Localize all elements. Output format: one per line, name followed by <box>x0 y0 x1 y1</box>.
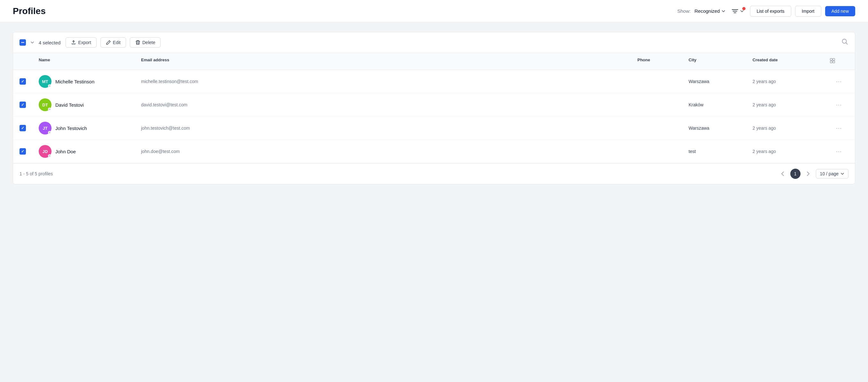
svg-rect-5 <box>833 59 835 60</box>
row-checkbox-1[interactable] <box>20 78 39 84</box>
svg-rect-6 <box>830 61 832 63</box>
list-exports-button[interactable]: List of exports <box>750 6 791 16</box>
row-name-cell-4: JD John Doe <box>39 145 141 158</box>
search-button[interactable] <box>841 38 848 47</box>
table-row: JD John Doe john.doe@test.com test 2 yea… <box>13 140 855 163</box>
row-name-cell-1: MT Michelle Testinson <box>39 75 141 88</box>
svg-rect-7 <box>833 61 835 63</box>
row-more-2[interactable]: ··· <box>829 102 848 108</box>
filter-button[interactable] <box>730 7 746 15</box>
svg-rect-4 <box>830 59 832 60</box>
row-email-1: michelle.testinson@test.com <box>141 79 638 84</box>
row-city-2: Kraków <box>689 102 752 107</box>
row-city-3: Warszawa <box>689 126 752 131</box>
avatar-1: MT <box>39 75 52 88</box>
row-name-2: David Testovi <box>55 102 84 108</box>
avatar-4: JD <box>39 145 52 158</box>
page-size-select[interactable]: 10 / page <box>816 169 848 178</box>
pagination-controls: 1 10 / page <box>777 169 848 179</box>
row-more-3[interactable]: ··· <box>829 125 848 132</box>
delete-button[interactable]: Delete <box>130 37 160 47</box>
filter-icon <box>732 8 739 14</box>
row-city-4: test <box>689 149 752 154</box>
show-label: Show: <box>677 8 691 14</box>
import-button[interactable]: Import <box>795 6 821 16</box>
row-city-1: Warszawa <box>689 79 752 84</box>
row-name-4: John Doe <box>55 149 76 154</box>
delete-icon <box>135 40 141 45</box>
selected-count: 4 selected <box>39 40 60 45</box>
row-date-4: 2 years ago <box>752 149 829 154</box>
selection-toolbar: 4 selected Export Edit Delete <box>13 32 855 53</box>
table-row: DT David Testovi david.testovi@test.com … <box>13 93 855 116</box>
row-email-4: john.doe@test.com <box>141 149 638 154</box>
select-all-checkbox[interactable] <box>20 39 26 46</box>
header-actions: Show: Recognized List of exports Import … <box>677 6 855 16</box>
row-more-4[interactable]: ··· <box>829 148 848 155</box>
page-size-value: 10 / page <box>820 171 839 176</box>
row-checkbox-2[interactable] <box>20 102 39 108</box>
pagination-info: 1 - 5 of 5 profiles <box>20 171 53 176</box>
edit-button[interactable]: Edit <box>100 37 126 47</box>
col-created-date: Created date <box>752 58 829 65</box>
col-city: City <box>689 58 752 65</box>
filter-badge <box>742 7 745 10</box>
edit-icon <box>106 40 111 45</box>
prev-page-button[interactable] <box>777 169 788 179</box>
col-name: Name <box>39 58 141 65</box>
chevron-down-icon <box>721 9 726 13</box>
table-footer: 1 - 5 of 5 profiles 1 10 / page <box>13 163 855 184</box>
row-name-cell-3: JT John Testovich <box>39 122 141 135</box>
avatar-2: DT <box>39 98 52 111</box>
row-name-cell-2: DT David Testovi <box>39 98 141 111</box>
avatar-dot-3 <box>48 131 51 134</box>
table-body: MT Michelle Testinson michelle.testinson… <box>13 70 855 163</box>
table-row: JT John Testovich john.testovich@test.co… <box>13 116 855 140</box>
row-more-1[interactable]: ··· <box>829 78 848 85</box>
main-content: 4 selected Export Edit Delete <box>0 22 868 194</box>
table-header: Name Email address Phone City Created da… <box>13 53 855 70</box>
row-email-2: david.testovi@test.com <box>141 102 638 107</box>
col-phone: Phone <box>638 58 689 65</box>
row-checkbox-3[interactable] <box>20 125 39 131</box>
row-email-3: john.testovich@test.com <box>141 126 638 131</box>
row-date-2: 2 years ago <box>752 102 829 107</box>
avatar-dot-4 <box>48 154 51 158</box>
row-name-1: Michelle Testinson <box>55 79 94 84</box>
row-checkbox-4[interactable] <box>20 148 39 154</box>
columns-settings-icon[interactable] <box>829 58 836 64</box>
avatar-dot-2 <box>48 108 51 111</box>
page-size-chevron-icon <box>840 172 844 176</box>
edit-label: Edit <box>113 40 121 45</box>
row-date-3: 2 years ago <box>752 126 829 131</box>
export-button[interactable]: Export <box>66 37 96 47</box>
show-value: Recognized <box>694 8 720 14</box>
export-icon <box>71 40 76 45</box>
next-page-button[interactable] <box>803 169 813 179</box>
row-date-1: 2 years ago <box>752 79 829 84</box>
avatar-3: JT <box>39 122 52 135</box>
table-row: MT Michelle Testinson michelle.testinson… <box>13 70 855 93</box>
export-label: Export <box>78 40 91 45</box>
row-name-3: John Testovich <box>55 126 87 131</box>
page-header: Profiles Show: Recognized List of export… <box>0 0 868 22</box>
page-title: Profiles <box>13 6 46 16</box>
avatar-dot-1 <box>48 84 51 88</box>
profiles-card: 4 selected Export Edit Delete <box>13 32 855 184</box>
add-new-button[interactable]: Add new <box>825 6 855 16</box>
page-1-button[interactable]: 1 <box>790 169 801 179</box>
delete-label: Delete <box>142 40 155 45</box>
select-dropdown-chevron[interactable] <box>30 40 35 45</box>
col-email: Email address <box>141 58 638 65</box>
show-dropdown[interactable]: Recognized <box>694 8 725 14</box>
